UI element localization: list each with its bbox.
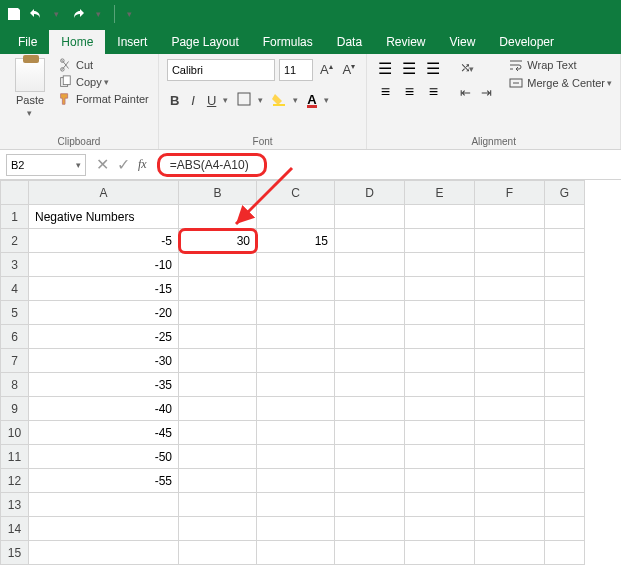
cell[interactable] (545, 493, 585, 517)
redo-icon[interactable] (70, 6, 86, 22)
cell[interactable] (179, 517, 257, 541)
cell[interactable] (545, 349, 585, 373)
cell[interactable] (335, 253, 405, 277)
tab-data[interactable]: Data (325, 30, 374, 54)
increase-font-icon[interactable]: A▴ (317, 60, 336, 79)
cell[interactable]: -50 (29, 445, 179, 469)
cell[interactable] (179, 469, 257, 493)
paste-dropdown-icon[interactable]: ▾ (27, 108, 32, 118)
cell[interactable] (29, 493, 179, 517)
cell[interactable]: -40 (29, 397, 179, 421)
font-color-button[interactable]: A (304, 90, 319, 110)
align-bottom-icon[interactable]: ☰ (423, 58, 443, 78)
cell[interactable]: -20 (29, 301, 179, 325)
row-header[interactable]: 9 (1, 397, 29, 421)
cell[interactable] (475, 277, 545, 301)
cell[interactable]: -30 (29, 349, 179, 373)
cell[interactable] (335, 445, 405, 469)
cell[interactable] (475, 517, 545, 541)
cell[interactable] (405, 229, 475, 253)
cell[interactable] (257, 301, 335, 325)
cell[interactable] (335, 493, 405, 517)
fx-icon[interactable]: fx (138, 157, 147, 172)
cell[interactable] (475, 493, 545, 517)
cell[interactable] (179, 301, 257, 325)
font-color-dropdown-icon[interactable]: ▾ (324, 95, 329, 105)
row-header[interactable]: 15 (1, 541, 29, 565)
row-header[interactable]: 10 (1, 421, 29, 445)
cell[interactable] (475, 541, 545, 565)
cell[interactable] (257, 493, 335, 517)
cell[interactable]: Negative Numbers (29, 205, 179, 229)
decrease-indent-icon[interactable]: ⇤ (457, 83, 474, 102)
cell[interactable] (405, 205, 475, 229)
font-name-input[interactable] (167, 59, 275, 81)
cell[interactable] (405, 325, 475, 349)
row-header[interactable]: 14 (1, 517, 29, 541)
cell[interactable] (257, 325, 335, 349)
cell[interactable] (545, 253, 585, 277)
cell[interactable] (405, 445, 475, 469)
cell[interactable] (257, 421, 335, 445)
cell[interactable] (405, 253, 475, 277)
cell[interactable] (179, 397, 257, 421)
cell[interactable]: 15 (257, 229, 335, 253)
name-box-dropdown-icon[interactable]: ▾ (76, 160, 81, 170)
format-painter-button[interactable]: Format Painter (58, 92, 149, 106)
tab-page-layout[interactable]: Page Layout (159, 30, 250, 54)
col-header-g[interactable]: G (545, 181, 585, 205)
border-button[interactable] (234, 90, 254, 111)
cell[interactable] (475, 397, 545, 421)
cell[interactable] (405, 541, 475, 565)
tab-insert[interactable]: Insert (105, 30, 159, 54)
cell[interactable] (545, 541, 585, 565)
cell[interactable] (475, 373, 545, 397)
fill-color-button[interactable] (269, 90, 289, 111)
cell[interactable] (257, 253, 335, 277)
cell[interactable] (29, 541, 179, 565)
tab-formulas[interactable]: Formulas (251, 30, 325, 54)
col-header-b[interactable]: B (179, 181, 257, 205)
cell[interactable] (475, 445, 545, 469)
cell[interactable] (545, 325, 585, 349)
cell[interactable] (405, 397, 475, 421)
cell[interactable] (335, 397, 405, 421)
cell[interactable] (179, 349, 257, 373)
cell[interactable] (335, 325, 405, 349)
enter-formula-icon[interactable]: ✓ (117, 155, 130, 174)
cell[interactable] (179, 421, 257, 445)
cell[interactable] (335, 517, 405, 541)
cell[interactable] (179, 325, 257, 349)
cell[interactable]: -5 (29, 229, 179, 253)
cell[interactable] (335, 469, 405, 493)
cell[interactable] (257, 349, 335, 373)
cell[interactable] (475, 349, 545, 373)
row-header[interactable]: 5 (1, 301, 29, 325)
cell[interactable] (405, 517, 475, 541)
wrap-text-button[interactable]: Wrap Text (509, 58, 612, 72)
cell[interactable] (405, 493, 475, 517)
font-size-input[interactable] (279, 59, 313, 81)
cell[interactable] (335, 229, 405, 253)
redo-dropdown-icon[interactable]: ▾ (90, 6, 106, 22)
cell[interactable] (545, 277, 585, 301)
merge-center-button[interactable]: Merge & Center ▾ (509, 76, 612, 90)
cancel-formula-icon[interactable]: ✕ (96, 155, 109, 174)
row-header[interactable]: 6 (1, 325, 29, 349)
cell[interactable] (257, 277, 335, 301)
cell[interactable]: -25 (29, 325, 179, 349)
row-header[interactable]: 7 (1, 349, 29, 373)
cell[interactable] (475, 205, 545, 229)
cell[interactable] (257, 205, 335, 229)
cell[interactable] (257, 445, 335, 469)
cell[interactable] (335, 205, 405, 229)
cell[interactable] (179, 205, 257, 229)
cell[interactable] (545, 421, 585, 445)
cell[interactable]: -10 (29, 253, 179, 277)
undo-icon[interactable] (28, 6, 44, 22)
cell[interactable] (475, 421, 545, 445)
row-header[interactable]: 13 (1, 493, 29, 517)
tab-home[interactable]: Home (49, 30, 105, 54)
cell[interactable] (335, 301, 405, 325)
save-icon[interactable] (6, 6, 22, 22)
